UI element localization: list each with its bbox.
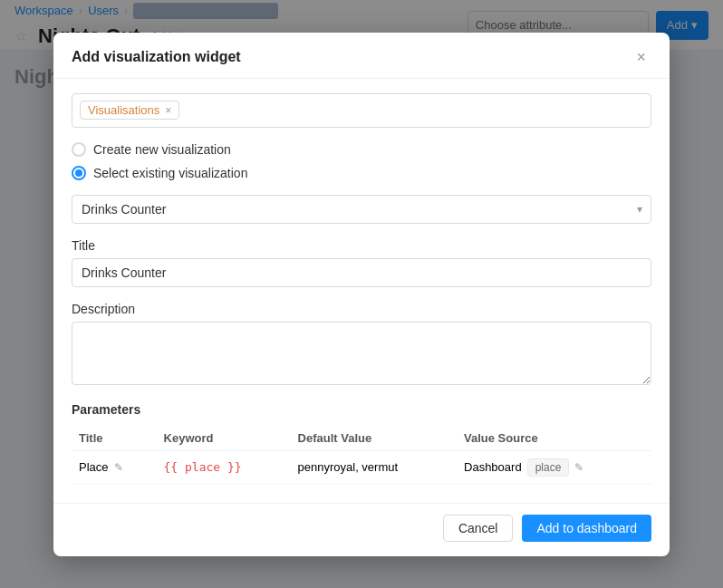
param-title-edit-icon[interactable]: ✎ xyxy=(114,461,123,474)
radio-group: Create new visualization Select existing… xyxy=(72,142,651,180)
chip-input-area[interactable]: Visualisations × xyxy=(72,93,651,128)
col-keyword: Keyword xyxy=(157,426,291,451)
param-keyword-value: {{ place }} xyxy=(164,460,242,474)
param-title-value: Place xyxy=(79,460,109,474)
source-prefix: Dashboard xyxy=(464,460,522,474)
add-to-dashboard-button[interactable]: Add to dashboard xyxy=(522,515,651,542)
add-visualization-modal: Add visualization widget × Visualisation… xyxy=(53,33,670,556)
description-form-group: Description xyxy=(72,302,651,388)
visualisations-chip: Visualisations × xyxy=(80,101,179,120)
modal-header: Add visualization widget × xyxy=(53,33,670,79)
title-label: Title xyxy=(72,238,651,253)
modal-footer: Cancel Add to dashboard xyxy=(53,503,670,556)
col-source: Value Source xyxy=(457,426,651,451)
param-source-cell: Dashboard place ✎ xyxy=(457,450,651,484)
chip-close-icon[interactable]: × xyxy=(165,104,171,117)
description-label: Description xyxy=(72,302,651,316)
cancel-button[interactable]: Cancel xyxy=(443,515,514,542)
param-default-value: pennyroyal, vermut xyxy=(298,460,399,474)
modal-body: Visualisations × Create new visualizatio… xyxy=(53,79,670,503)
modal-close-button[interactable]: × xyxy=(631,47,651,67)
radio-select-circle xyxy=(72,166,86,180)
radio-create-label: Create new visualization xyxy=(93,142,231,157)
parameters-section: Parameters Title Keyword Default Value V… xyxy=(72,402,651,485)
param-title-cell: Place ✎ xyxy=(72,450,157,484)
parameters-label: Parameters xyxy=(72,402,651,417)
param-keyword-cell: {{ place }} xyxy=(157,450,291,484)
table-row: Place ✎ {{ place }} pennyroyal, vermut xyxy=(72,450,651,484)
source-edit-icon[interactable]: ✎ xyxy=(574,461,583,474)
radio-create-circle xyxy=(72,142,86,157)
radio-select-label: Select existing visualization xyxy=(93,166,247,180)
radio-create-new[interactable]: Create new visualization xyxy=(72,142,651,157)
modal-title: Add visualization widget xyxy=(72,49,241,65)
chip-label: Visualisations xyxy=(88,103,159,117)
modal-backdrop: Add visualization widget × Visualisation… xyxy=(0,0,723,588)
title-form-group: Title xyxy=(72,238,651,287)
radio-select-existing[interactable]: Select existing visualization xyxy=(72,166,651,180)
parameters-table: Title Keyword Default Value Value Source… xyxy=(72,426,651,485)
visualization-select-wrapper: Drinks Counter ▾ xyxy=(72,195,651,224)
visualization-select[interactable]: Drinks Counter xyxy=(72,195,651,224)
col-title: Title xyxy=(72,426,157,451)
description-textarea[interactable] xyxy=(72,322,651,385)
source-badge: place xyxy=(527,458,570,477)
title-input[interactable] xyxy=(72,258,651,287)
col-default: Default Value xyxy=(291,426,457,451)
param-default-cell: pennyroyal, vermut xyxy=(291,450,457,484)
